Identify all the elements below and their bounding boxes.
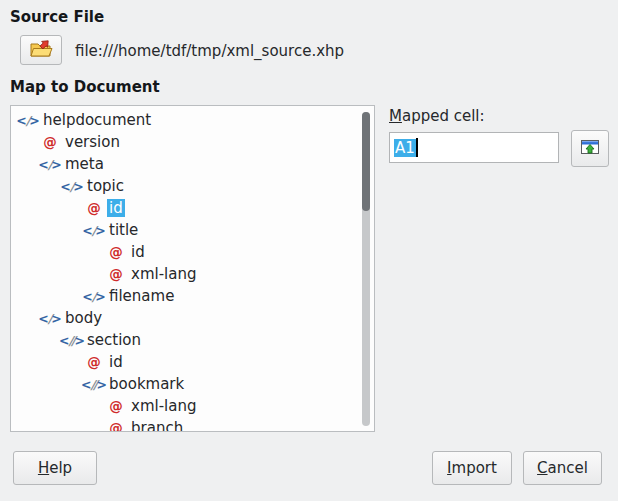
tree-row[interactable]: </> helpdocument [11, 109, 360, 131]
tree-row[interactable]: </> topic [11, 175, 360, 197]
browse-file-button[interactable] [20, 35, 62, 65]
tree-rows: </> helpdocument @ version </> meta </> … [11, 109, 360, 432]
element-icon: </> [41, 157, 59, 172]
source-file-heading: Source File [10, 8, 104, 26]
mapped-cell-label: Mapped cell: [389, 107, 485, 125]
cancel-button-label: Cancel [524, 459, 601, 477]
tree-row-label: id [107, 353, 125, 371]
attribute-icon: @ [107, 244, 125, 260]
attribute-icon: @ [107, 398, 125, 414]
tree-row[interactable]: @ branch [11, 417, 360, 432]
tree-scrollbar-thumb[interactable] [362, 112, 370, 211]
import-button-label: Import [433, 459, 511, 477]
text-caret [416, 138, 418, 157]
tree-row-label: bookmark [107, 375, 186, 393]
tree-row[interactable]: @ id [11, 241, 360, 263]
shrink-icon [580, 139, 600, 159]
tree-scrollbar[interactable] [362, 112, 370, 426]
tree-row-label: body [63, 309, 104, 327]
map-to-document-heading: Map to Document [10, 78, 160, 96]
tree-row-label: section [85, 331, 143, 349]
attribute-icon: @ [85, 200, 103, 216]
tree-row-label: id [107, 199, 125, 217]
tree-row-label: branch [129, 419, 185, 432]
tree-row-label: topic [85, 177, 126, 195]
tree-row-label: meta [63, 155, 106, 173]
repeating-element-icon: <//> [85, 377, 103, 392]
tree-row-label: xml-lang [129, 265, 198, 283]
help-button-label: Help [14, 459, 96, 477]
tree-row[interactable]: </> filename [11, 285, 360, 307]
tree-row[interactable]: <//> section [11, 329, 360, 351]
tree-row-label: id [129, 243, 147, 261]
tree-row[interactable]: </> body [11, 307, 360, 329]
tree-row-label: title [107, 221, 140, 239]
tree-row[interactable]: <//> bookmark [11, 373, 360, 395]
repeating-element-icon: <//> [63, 333, 81, 348]
tree-row[interactable]: @ xml-lang [11, 395, 360, 417]
tree-row[interactable]: @ id [11, 351, 360, 373]
element-icon: </> [85, 289, 103, 304]
open-folder-icon [28, 38, 54, 63]
help-button[interactable]: Help [13, 451, 97, 485]
element-icon: </> [85, 223, 103, 238]
tree-row[interactable]: @ id [11, 197, 360, 219]
mapped-cell-input[interactable]: A1 [389, 132, 559, 163]
tree-row-label: helpdocument [41, 111, 153, 129]
shrink-button[interactable] [571, 130, 609, 167]
tree-row[interactable]: </> title [11, 219, 360, 241]
tree-row-label: filename [107, 287, 176, 305]
tree-row-label: xml-lang [129, 397, 198, 415]
tree-row[interactable]: @ xml-lang [11, 263, 360, 285]
element-icon: </> [63, 179, 81, 194]
attribute-icon: @ [107, 266, 125, 282]
attribute-icon: @ [41, 134, 59, 150]
tree-row-label: version [63, 133, 122, 151]
element-icon: </> [41, 311, 59, 326]
source-file-path: file:///home/tdf/tmp/xml_source.xhp [75, 42, 344, 60]
attribute-icon: @ [107, 420, 125, 432]
import-button[interactable]: Import [432, 451, 512, 485]
tree-row[interactable]: @ version [11, 131, 360, 153]
attribute-icon: @ [85, 354, 103, 370]
xml-structure-tree[interactable]: </> helpdocument @ version </> meta </> … [10, 105, 375, 432]
cancel-button[interactable]: Cancel [523, 451, 602, 485]
element-icon: </> [19, 113, 37, 128]
xml-source-dialog: Source File file:///home/tdf/tmp/xml_sou… [0, 0, 618, 501]
mapped-cell-value: A1 [394, 139, 416, 157]
tree-row[interactable]: </> meta [11, 153, 360, 175]
